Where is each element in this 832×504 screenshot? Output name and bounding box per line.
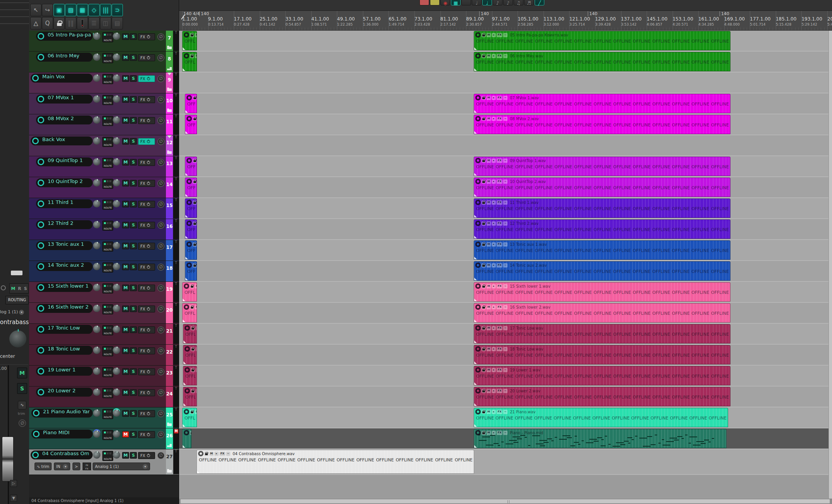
mute-button[interactable]: M bbox=[122, 159, 129, 166]
tempo-marker[interactable]: 140 bbox=[199, 11, 209, 16]
width-knob[interactable] bbox=[113, 409, 120, 417]
item-lock-icon[interactable] bbox=[193, 96, 197, 100]
item-mute-icon[interactable]: M bbox=[487, 284, 491, 288]
route-button[interactable]: ROUTE bbox=[102, 409, 113, 419]
fx-button[interactable]: FX bbox=[138, 306, 155, 312]
fx-button[interactable]: FX bbox=[138, 368, 155, 375]
fader-cap-partial[interactable] bbox=[11, 271, 22, 275]
fx-button[interactable]: FX bbox=[138, 138, 155, 145]
item-mute-icon[interactable]: M bbox=[487, 368, 491, 372]
item-mute-icon[interactable]: M bbox=[196, 368, 197, 372]
routing-matrix-icon[interactable]: ◫ bbox=[100, 17, 111, 29]
fx-button[interactable]: FX bbox=[138, 347, 155, 354]
media-item[interactable]: M▸FX~21 Piano.wavOFFLINEOFFLINEOFFLINEOF… bbox=[474, 408, 728, 427]
item-loop-icon[interactable] bbox=[184, 409, 189, 414]
phase-button[interactable]: ∅ bbox=[157, 347, 164, 354]
mute-button[interactable]: M bbox=[122, 180, 129, 186]
item-notes-icon[interactable]: ▸ bbox=[492, 33, 496, 37]
item-envelope-icon[interactable]: ~ bbox=[503, 263, 507, 268]
item-mute-icon[interactable]: M bbox=[196, 389, 197, 393]
item-mute-icon[interactable]: M bbox=[487, 200, 491, 205]
item-fx-icon[interactable]: FX bbox=[497, 117, 502, 121]
volume-fader[interactable] bbox=[2, 437, 14, 482]
smart-edit-icon[interactable]: ↪ bbox=[42, 4, 53, 16]
item-fx-icon[interactable]: FX bbox=[497, 221, 502, 226]
fx-button[interactable]: FX bbox=[138, 431, 155, 438]
track-panel-9[interactable]: Main VoxROUTEMSFX∅9T bbox=[29, 72, 179, 93]
phase-button[interactable]: ∅ bbox=[157, 75, 164, 82]
item-lock-icon[interactable] bbox=[204, 452, 209, 456]
item-loop-icon[interactable] bbox=[475, 367, 481, 373]
pan-knob[interactable] bbox=[93, 409, 100, 417]
solo-button[interactable]: S bbox=[130, 243, 137, 249]
pan-knob[interactable] bbox=[93, 74, 100, 82]
route-button[interactable]: ROUTE bbox=[102, 388, 113, 398]
phase-button[interactable]: ∅ bbox=[157, 33, 164, 40]
record-arm-button[interactable] bbox=[38, 221, 44, 228]
snap-magnet-icon[interactable]: ⊃ bbox=[112, 4, 123, 16]
width-knob[interactable] bbox=[113, 54, 120, 61]
item-fx-icon[interactable]: FX bbox=[497, 368, 502, 372]
track-number-badge[interactable]: 25 bbox=[166, 407, 173, 428]
fx-button[interactable]: FX bbox=[138, 222, 155, 229]
item-lock-icon[interactable] bbox=[190, 431, 191, 435]
track-number-badge[interactable]: 11 bbox=[166, 114, 173, 135]
track-number-badge[interactable]: 23 bbox=[166, 366, 173, 386]
solo-button[interactable]: S bbox=[130, 285, 137, 291]
arrange-row-track-9[interactable] bbox=[179, 72, 829, 93]
media-item[interactable]: M▸FX~OFFLINE bbox=[185, 198, 197, 218]
item-envelope-icon[interactable]: ~ bbox=[503, 200, 507, 205]
track-number-badge[interactable]: 12 bbox=[166, 135, 173, 156]
input-selector[interactable]: log 1 (1)▾ bbox=[0, 309, 29, 315]
item-mute-icon[interactable]: M bbox=[195, 284, 197, 288]
item-envelope-icon[interactable]: ~ bbox=[503, 305, 507, 309]
solo-button[interactable]: S bbox=[130, 159, 137, 166]
item-envelope-icon[interactable]: ~ bbox=[503, 368, 507, 372]
arrange-empty-area[interactable] bbox=[179, 475, 829, 498]
fx-button[interactable]: FX bbox=[138, 264, 155, 271]
item-mute-icon[interactable]: M bbox=[487, 347, 491, 351]
item-loop-icon[interactable] bbox=[184, 430, 189, 435]
track-panel-17[interactable]: 13 Tonic aux 1ROUTEMSFX∅17T bbox=[29, 240, 179, 261]
item-loop-icon[interactable] bbox=[475, 262, 481, 268]
solo-button[interactable]: S bbox=[130, 75, 137, 82]
track-panel-27[interactable]: 04 Contrabass OmnisphROUTEMSFX∅27T∿ trim… bbox=[29, 449, 179, 475]
phase-button[interactable]: ∅ bbox=[157, 138, 164, 145]
solo-button[interactable]: S bbox=[130, 306, 137, 312]
item-lock-icon[interactable] bbox=[482, 200, 486, 205]
track-panel-18[interactable]: 14 Tonic aux 2ROUTEMSFX∅18T bbox=[29, 261, 179, 282]
route-button[interactable]: ROUTE bbox=[102, 200, 113, 210]
media-item[interactable]: M▸FX~OFFLINE bbox=[185, 261, 197, 281]
item-lock-icon[interactable] bbox=[482, 117, 486, 121]
record-arm-button[interactable] bbox=[38, 368, 44, 375]
item-notes-icon[interactable]: ▸ bbox=[492, 96, 496, 100]
item-loop-icon[interactable] bbox=[475, 242, 481, 247]
item-fx-icon[interactable]: FX bbox=[497, 54, 502, 58]
item-lock-icon[interactable] bbox=[190, 305, 194, 309]
pan-knob[interactable] bbox=[93, 158, 100, 166]
route-button[interactable]: ROUTE bbox=[102, 221, 113, 231]
item-notes-icon[interactable]: ▸ bbox=[214, 452, 219, 456]
width-knob[interactable] bbox=[113, 179, 120, 186]
media-item[interactable]: M▸FX~OFFLINE bbox=[185, 219, 197, 239]
item-loop-icon[interactable] bbox=[475, 304, 481, 310]
media-item[interactable]: M▸FX~Piano - Piano.mid bbox=[474, 429, 727, 448]
item-mute-icon[interactable]: M bbox=[487, 410, 491, 414]
pan-knob[interactable] bbox=[93, 54, 100, 61]
trim-envelope-button[interactable]: ∿ trim bbox=[35, 463, 52, 470]
mute-button[interactable]: M bbox=[122, 33, 129, 40]
track-number-badge[interactable]: 18 bbox=[166, 261, 173, 281]
route-button[interactable]: ROUTE bbox=[102, 179, 113, 189]
track-number-badge[interactable]: 14 bbox=[166, 177, 173, 198]
track-panel-12[interactable]: Back VoxROUTEMSFX∅12T bbox=[29, 135, 179, 156]
item-lock-icon[interactable] bbox=[193, 221, 197, 226]
pan-knob[interactable] bbox=[93, 430, 100, 438]
item-notes-icon[interactable]: ▸ bbox=[492, 221, 496, 226]
mixer-icon[interactable]: ‖‖ bbox=[65, 17, 76, 29]
pan-knob[interactable] bbox=[93, 33, 100, 40]
item-loop-icon[interactable] bbox=[184, 304, 189, 310]
media-item[interactable]: M▸FX~OFFLINE bbox=[185, 94, 197, 113]
phase-button[interactable]: ∅ bbox=[157, 410, 164, 417]
note-half-button[interactable]: ♩ bbox=[472, 0, 482, 5]
track-number-badge[interactable]: 16 bbox=[166, 219, 173, 240]
